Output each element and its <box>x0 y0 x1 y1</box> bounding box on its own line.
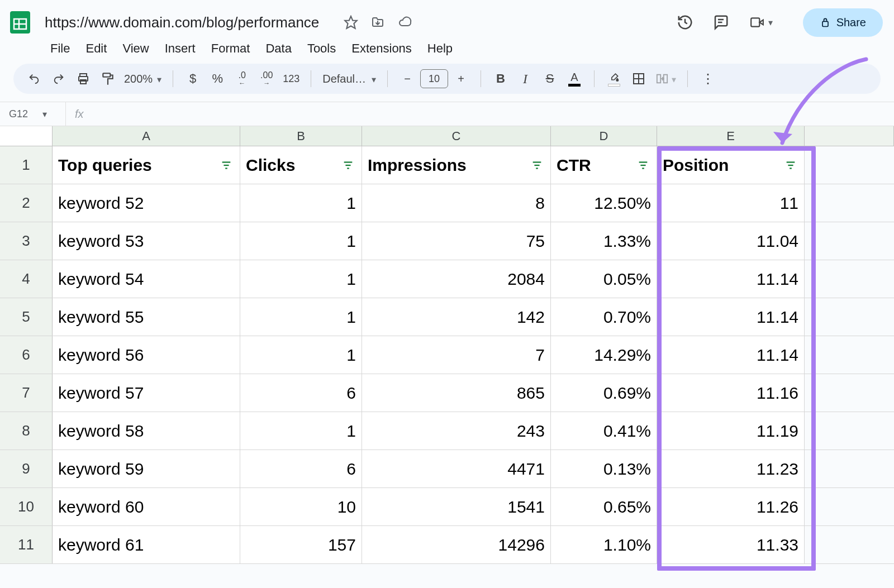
undo-button[interactable] <box>26 70 42 87</box>
menu-edit[interactable]: Edit <box>85 41 107 56</box>
cell[interactable]: keyword 59 <box>53 450 240 487</box>
cell[interactable]: 11.16 <box>657 374 805 412</box>
cell[interactable]: 1 <box>240 184 362 222</box>
select-all-corner[interactable] <box>0 126 53 146</box>
filter-icon[interactable] <box>529 159 545 171</box>
decrease-fontsize-button[interactable]: − <box>399 70 416 87</box>
currency-button[interactable]: $ <box>184 70 201 87</box>
move-icon[interactable] <box>370 16 385 29</box>
cell[interactable]: 11.14 <box>657 298 805 336</box>
borders-button[interactable] <box>630 70 647 87</box>
percent-button[interactable]: % <box>209 70 226 87</box>
menu-data[interactable]: Data <box>265 41 291 56</box>
italic-button[interactable]: I <box>517 70 534 87</box>
sheets-app-icon[interactable] <box>4 7 36 38</box>
zoom-select[interactable]: 200% <box>124 73 161 85</box>
cell[interactable]: 865 <box>362 374 551 412</box>
print-button[interactable] <box>75 70 92 87</box>
decrease-decimal-button[interactable]: .0← <box>234 70 250 87</box>
cell[interactable]: 14.29% <box>551 336 657 374</box>
format-123-button[interactable]: 123 <box>283 70 299 87</box>
cell[interactable]: 6 <box>240 374 362 412</box>
row-header[interactable]: 9 <box>0 450 53 487</box>
cell[interactable]: 0.69% <box>551 374 657 412</box>
col-header-f[interactable] <box>805 126 894 146</box>
cell[interactable]: Clicks <box>240 146 362 184</box>
menu-file[interactable]: File <box>50 41 70 56</box>
menu-tools[interactable]: Tools <box>307 41 336 56</box>
name-box[interactable]: G12 <box>0 102 66 126</box>
cell[interactable]: keyword 54 <box>53 260 240 298</box>
cell[interactable]: keyword 52 <box>53 184 240 222</box>
cell[interactable]: keyword 60 <box>53 488 240 525</box>
col-header-b[interactable]: B <box>240 126 362 146</box>
comments-icon[interactable] <box>712 14 729 31</box>
col-header-d[interactable]: D <box>551 126 657 146</box>
cell[interactable]: 12.50% <box>551 184 657 222</box>
fill-color-button[interactable] <box>606 70 622 87</box>
cell[interactable]: 157 <box>240 526 362 563</box>
cell[interactable]: Top queries <box>53 146 240 184</box>
increase-decimal-button[interactable]: .00→ <box>258 70 275 87</box>
cell[interactable]: 4471 <box>362 450 551 487</box>
cell[interactable]: 6 <box>240 450 362 487</box>
col-header-e[interactable]: E <box>657 126 805 146</box>
cell[interactable]: 11 <box>657 184 805 222</box>
cell[interactable]: 1541 <box>362 488 551 525</box>
strike-button[interactable]: S <box>541 70 558 87</box>
cell[interactable]: 1.33% <box>551 222 657 260</box>
cell[interactable]: CTR <box>551 146 657 184</box>
toolbar-more-button[interactable]: ⋮ <box>699 70 716 87</box>
cell[interactable]: 0.05% <box>551 260 657 298</box>
cell[interactable]: 0.70% <box>551 298 657 336</box>
cell[interactable]: 11.04 <box>657 222 805 260</box>
cell[interactable]: 11.26 <box>657 488 805 525</box>
cell[interactable]: 0.13% <box>551 450 657 487</box>
menu-extensions[interactable]: Extensions <box>351 41 412 56</box>
col-header-a[interactable]: A <box>53 126 240 146</box>
cell[interactable]: 243 <box>362 412 551 450</box>
col-header-c[interactable]: C <box>362 126 551 146</box>
cell[interactable]: keyword 57 <box>53 374 240 412</box>
cell[interactable]: keyword 56 <box>53 336 240 374</box>
cell[interactable]: 14296 <box>362 526 551 563</box>
cell[interactable]: 8 <box>362 184 551 222</box>
cell[interactable]: keyword 53 <box>53 222 240 260</box>
cell[interactable]: 1 <box>240 412 362 450</box>
row-header[interactable]: 1 <box>0 146 53 184</box>
cell[interactable]: 2084 <box>362 260 551 298</box>
menu-help[interactable]: Help <box>427 41 453 56</box>
meet-icon[interactable] <box>748 15 773 30</box>
cell[interactable]: 11.14 <box>657 260 805 298</box>
cell[interactable]: 1.10% <box>551 526 657 563</box>
text-color-button[interactable]: A <box>566 70 583 87</box>
filter-icon[interactable] <box>635 159 651 171</box>
cell[interactable]: 11.19 <box>657 412 805 450</box>
cell[interactable]: 11.23 <box>657 450 805 487</box>
row-header[interactable]: 7 <box>0 374 53 412</box>
menu-format[interactable]: Format <box>211 41 250 56</box>
row-header[interactable]: 4 <box>0 260 53 298</box>
fontsize-input[interactable]: 10 <box>420 69 448 88</box>
cell[interactable]: 1 <box>240 336 362 374</box>
cloud-status-icon[interactable] <box>397 16 413 29</box>
row-header[interactable]: 3 <box>0 222 53 260</box>
cell[interactable]: 0.65% <box>551 488 657 525</box>
font-family-select[interactable]: Defaul… <box>322 73 376 85</box>
share-button[interactable]: Share <box>803 8 883 37</box>
bold-button[interactable]: B <box>492 70 509 87</box>
menu-insert[interactable]: Insert <box>165 41 196 56</box>
cell[interactable]: 11.33 <box>657 526 805 563</box>
cell[interactable]: 11.14 <box>657 336 805 374</box>
row-header[interactable]: 10 <box>0 488 53 525</box>
cell[interactable]: keyword 55 <box>53 298 240 336</box>
cell[interactable]: 142 <box>362 298 551 336</box>
row-header[interactable]: 6 <box>0 336 53 374</box>
cell[interactable]: keyword 61 <box>53 526 240 563</box>
paint-format-button[interactable] <box>99 70 116 87</box>
filter-icon[interactable] <box>340 159 356 171</box>
cell[interactable]: 1 <box>240 222 362 260</box>
cell[interactable]: 1 <box>240 298 362 336</box>
cell[interactable]: 7 <box>362 336 551 374</box>
row-header[interactable]: 11 <box>0 526 53 563</box>
